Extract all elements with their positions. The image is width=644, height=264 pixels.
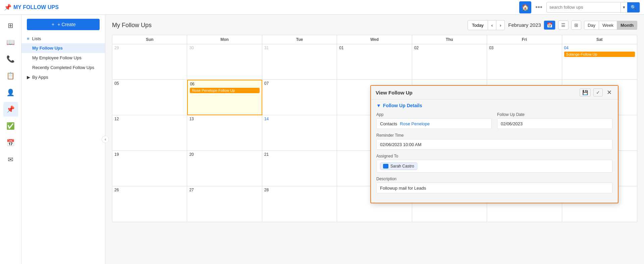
calendar-week-1: 29 30 31 01 02 03 04 Solange-Follow Up: [112, 44, 637, 80]
plus-icon: ＋: [51, 21, 55, 27]
confirm-button[interactable]: ✓: [593, 88, 603, 96]
assigned-to-value-box: Sarah Castro: [376, 160, 612, 173]
week-view-button[interactable]: Week: [599, 21, 617, 30]
prev-button[interactable]: ‹: [488, 20, 496, 30]
sidebar-item-employee-follow-ups[interactable]: My Employee Follow Ups: [21, 53, 105, 63]
day-label-sun: Sun: [112, 35, 187, 44]
assigned-to-value: Sarah Castro: [390, 164, 414, 169]
cal-cell-13: 13: [187, 115, 262, 151]
calendar-days-header: Sun Mon Tue Wed Thu Fri Sat: [112, 35, 637, 44]
cal-cell-26: 26: [112, 186, 187, 222]
panel-actions: 💾 ✓ ✕: [580, 88, 613, 96]
create-label: + Create: [57, 22, 75, 27]
calendar-page-title: My Follow Ups: [112, 22, 152, 29]
grid-view-button[interactable]: ⊞: [571, 20, 581, 30]
description-value-box: Followup mail for Leads: [376, 183, 612, 193]
save-button[interactable]: 💾: [580, 88, 591, 96]
today-button[interactable]: Today: [468, 20, 488, 30]
app-title-text: MY FOLLOW UPS: [13, 4, 59, 10]
by-apps-label: By Apps: [32, 75, 48, 80]
cal-cell-20: 20: [187, 151, 262, 186]
cal-cell-12: 12: [112, 115, 187, 151]
cal-cell-19: 19: [112, 151, 187, 186]
sidebar-icon-note[interactable]: 📋: [3, 68, 18, 83]
cal-cell-27: 27: [187, 186, 262, 222]
next-button[interactable]: ›: [496, 20, 505, 30]
cal-cell-07: 07: [262, 80, 337, 115]
calendar-header: My Follow Ups Today ‹ › February 2023 📅 …: [112, 20, 637, 30]
sidebar-icon-phone[interactable]: 📞: [3, 52, 18, 66]
app-link[interactable]: Rose Penelope: [400, 121, 430, 126]
create-button[interactable]: ＋ + Create: [27, 19, 100, 30]
day-label-fri: Fri: [487, 35, 562, 44]
sidebar-icon-mail[interactable]: ✉: [3, 152, 18, 167]
event-rose-penelope[interactable]: Rose Penelope-Follow Up: [190, 88, 259, 93]
sidebar-lists-header[interactable]: ≡ Lists: [21, 34, 105, 43]
list-view-button[interactable]: ☰: [558, 20, 569, 30]
sidebar-item-recently-completed[interactable]: Recently Completed Follow Ups: [21, 63, 105, 72]
calendar-nav-controls: Today ‹ › February 2023: [468, 20, 541, 30]
sidebar-item-by-apps[interactable]: ▶ By Apps: [21, 72, 105, 82]
cal-cell-31: 31: [262, 44, 337, 80]
day-label-wed: Wed: [337, 35, 412, 44]
sidebar-icon-pin[interactable]: 📌: [3, 102, 18, 117]
pin-icon: 📌: [4, 4, 11, 11]
reminder-time-field: Reminder Time 02/06/2023 10:00 AM: [376, 133, 612, 150]
sidebar-icon-check[interactable]: ✅: [3, 119, 18, 133]
close-button[interactable]: ✕: [605, 89, 613, 96]
month-view-button[interactable]: Month: [617, 21, 637, 30]
more-options-icon[interactable]: •••: [534, 2, 544, 12]
search-bar: ▾ 🔍: [546, 2, 640, 13]
cal-cell-02: 02: [412, 44, 487, 80]
topbar-right: 🏠 ••• ▾ 🔍: [519, 1, 640, 13]
month-label: February 2023: [508, 20, 541, 30]
panel-title: View Follow Up: [376, 90, 413, 95]
sidebar-collapse-arrow[interactable]: ‹: [102, 136, 109, 143]
reminder-time-value-box: 02/06/2023 10:00 AM: [376, 139, 612, 150]
app-label: App: [376, 112, 492, 117]
cal-cell-29: 29: [112, 44, 187, 80]
topbar: 📌 MY FOLLOW UPS 🏠 ••• ▾ 🔍: [0, 0, 644, 15]
sidebar-nav: ＋ + Create ≡ Lists My Follow Ups My Empl…: [21, 15, 105, 264]
description-label: Description: [376, 177, 612, 181]
search-dropdown-button[interactable]: ▾: [621, 2, 627, 12]
assigned-to-field: Assigned To Sarah Castro: [376, 154, 612, 173]
sidebar-icon-book[interactable]: 📖: [3, 35, 18, 50]
cal-cell-06[interactable]: 06 Rose Penelope-Follow Up: [187, 80, 262, 115]
follow-up-date-value: 02/06/2023: [501, 121, 523, 126]
cal-cell-14: 14: [262, 115, 337, 151]
calendar-view-button[interactable]: 📅: [544, 20, 555, 30]
cal-cell-05: 05: [112, 80, 187, 115]
search-submit-button[interactable]: 🔍: [627, 2, 640, 12]
event-solange[interactable]: Solange-Follow Up: [564, 52, 635, 57]
sidebar-icon-person[interactable]: 👤: [3, 85, 18, 100]
follow-up-date-field: Follow Up Date 02/06/2023: [497, 112, 612, 129]
reminder-time-label: Reminder Time: [376, 133, 612, 138]
day-label-tue: Tue: [262, 35, 337, 44]
cal-cell-30: 30: [187, 44, 262, 80]
follow-up-date-label: Follow Up Date: [497, 112, 612, 117]
app-date-row: App Contacts Rose Penelope Follow Up Dat…: [376, 112, 612, 129]
app-value-box: Contacts Rose Penelope: [376, 118, 492, 129]
sidebar-icon-calendar[interactable]: 📅: [3, 135, 18, 150]
cal-cell-01: 01: [337, 44, 412, 80]
recently-completed-label: Recently Completed Follow Ups: [32, 65, 94, 70]
day-label-thu: Thu: [412, 35, 487, 44]
app-value: Contacts: [380, 121, 397, 126]
description-value: Followup mail for Leads: [380, 186, 426, 191]
calendar-header-left: My Follow Ups: [112, 22, 152, 29]
sidebar-icon-grid[interactable]: ⊞: [3, 18, 18, 33]
day-view-button[interactable]: Day: [584, 21, 599, 30]
search-input[interactable]: [547, 5, 621, 10]
sidebar-item-my-follow-ups[interactable]: My Follow Ups: [21, 43, 105, 53]
day-label-mon: Mon: [187, 35, 262, 44]
cal-cell-04[interactable]: 04 Solange-Follow Up: [562, 44, 637, 80]
follow-up-panel: View Follow Up 💾 ✓ ✕ ▼ Follow Up Details…: [370, 85, 619, 203]
chevron-right-icon: ▶: [27, 75, 30, 80]
cal-cell-21: 21: [262, 151, 337, 186]
assigned-to-label: Assigned To: [376, 154, 612, 158]
app-title: 📌 MY FOLLOW UPS: [4, 4, 516, 11]
home-button[interactable]: 🏠: [519, 1, 531, 13]
cal-cell-03: 03: [487, 44, 562, 80]
follow-up-details-header[interactable]: ▼ Follow Up Details: [376, 103, 612, 108]
